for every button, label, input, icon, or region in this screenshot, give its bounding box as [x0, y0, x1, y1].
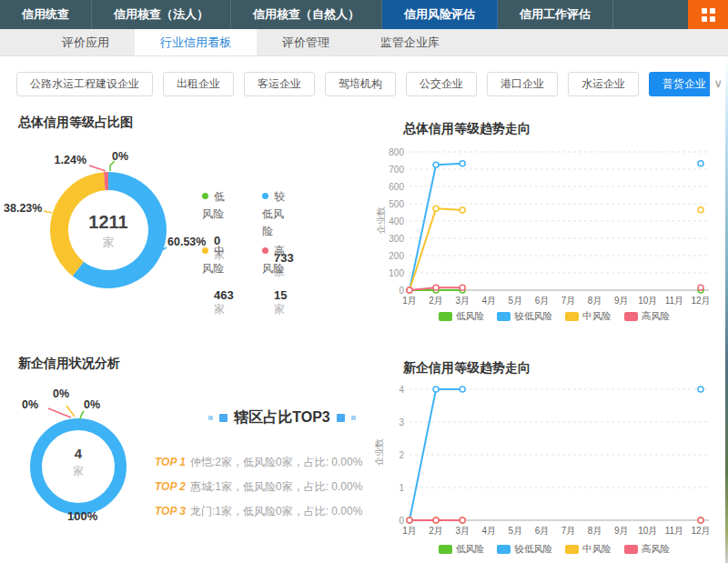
topnav-item-credit-work-eval[interactable]: 信用工作评估 — [498, 0, 613, 29]
svg-text:4: 4 — [399, 385, 404, 395]
high-swatch-icon — [624, 312, 638, 321]
svg-text:5月: 5月 — [509, 296, 523, 306]
overall-total-count: 1211 — [72, 212, 145, 233]
tab-rental[interactable]: 出租企业 — [163, 72, 234, 96]
topnav-item-credit-check-legal[interactable]: 信用核查（法人） — [92, 0, 231, 29]
svg-text:5月: 5月 — [509, 526, 523, 536]
svg-text:7月: 7月 — [561, 526, 576, 536]
lower-risk-dot-icon — [262, 193, 268, 199]
svg-text:800: 800 — [389, 147, 404, 157]
legend-item-mid-risk[interactable]: 中风险 463 家 — [202, 242, 234, 317]
svg-text:7月: 7月 — [561, 296, 576, 306]
overall-pct-low: 0% — [112, 150, 128, 163]
svg-text:11月: 11月 — [665, 526, 683, 536]
tab-driving-school[interactable]: 驾培机构 — [325, 72, 396, 96]
apps-launcher-button[interactable] — [688, 0, 728, 29]
svg-text:400: 400 — [389, 216, 404, 226]
svg-text:200: 200 — [389, 251, 404, 261]
sub-navigation: 评价应用 行业信用看板 评价管理 监管企业库 — [0, 29, 728, 56]
new-trend-yaxis-name: 企业数 — [373, 438, 386, 466]
mid-swatch-icon — [565, 312, 579, 321]
tab-road-construction[interactable]: 公路水运工程建设企业 — [16, 72, 153, 96]
svg-text:0: 0 — [399, 286, 404, 296]
svg-text:600: 600 — [389, 182, 404, 192]
low-swatch-icon — [439, 312, 452, 321]
svg-text:12月: 12月 — [691, 296, 710, 306]
legend-item-high-risk[interactable]: 高风险 15 家 — [262, 242, 287, 317]
overall-pie-title: 总体信用等级占比图 — [18, 115, 133, 131]
new-legend-low[interactable]: 低风险 — [439, 543, 485, 556]
new-total-unit: 家 — [42, 464, 115, 479]
svg-text:2月: 2月 — [429, 296, 443, 306]
svg-text:4月: 4月 — [481, 296, 496, 306]
svg-text:100: 100 — [389, 268, 404, 278]
deco-square-icon — [219, 414, 228, 422]
low-swatch-icon — [439, 545, 452, 554]
industry-category-tabs: 公路水运工程建设企业 出租企业 客运企业 驾培机构 公交企业 港口企业 水运企业… — [0, 72, 710, 99]
overall-pct-mid: 38.23% — [4, 202, 42, 215]
svg-text:3: 3 — [399, 417, 404, 427]
overall-pct-lower: 60.53% — [167, 236, 206, 248]
svg-text:500: 500 — [389, 199, 404, 209]
svg-text:300: 300 — [389, 234, 404, 244]
svg-text:1月: 1月 — [402, 526, 417, 536]
topnav-item-credit-risk-eval[interactable]: 信用风险评估 — [382, 0, 498, 29]
lower-swatch-icon — [497, 312, 511, 321]
svg-text:9月: 9月 — [614, 296, 629, 306]
mid-swatch-icon — [565, 545, 579, 554]
new-pct-low: 0% — [84, 398, 100, 411]
low-risk-dot-icon — [202, 193, 208, 199]
trend-legend-mid[interactable]: 中风险 — [565, 310, 612, 323]
svg-text:2月: 2月 — [429, 526, 443, 536]
overall-pct-high: 1.24% — [36, 154, 86, 166]
trend-legend-high[interactable]: 高风险 — [624, 310, 671, 323]
new-enterprise-pie-title: 新企信用状况分析 — [18, 356, 120, 372]
tab-water-transport[interactable]: 水运企业 — [568, 72, 639, 96]
new-legend-high[interactable]: 高风险 — [624, 543, 671, 556]
svg-text:1月: 1月 — [402, 296, 417, 306]
top3-item-3: TOP 3龙门:1家，低风险0家，占比: 0.00% — [155, 504, 396, 519]
new-trend-chart: 012341月2月3月4月5月6月7月8月9月10月11月12月 — [389, 377, 719, 534]
topnav-item-credit-overview[interactable]: 信用统查 — [0, 0, 92, 29]
new-donut-center: 4 家 — [42, 446, 115, 479]
svg-text:10月: 10月 — [638, 296, 657, 306]
overall-trend-yaxis-name: 企业数 — [375, 206, 388, 234]
tab-passenger-transport[interactable]: 客运企业 — [244, 72, 315, 96]
subnav-item-eval-management[interactable]: 评价管理 — [257, 29, 355, 55]
svg-text:6月: 6月 — [535, 296, 550, 306]
mid-risk-dot-icon — [202, 247, 208, 254]
lower-swatch-icon — [497, 545, 511, 554]
high-risk-dot-icon — [262, 247, 268, 254]
trend-legend-lower[interactable]: 较低风险 — [497, 310, 552, 323]
new-pct-mid: 0% — [53, 387, 69, 400]
svg-text:11月: 11月 — [665, 296, 683, 306]
svg-text:0: 0 — [399, 516, 404, 526]
tabs-overflow-chevron-icon[interactable]: ∨ — [713, 76, 723, 90]
svg-text:8月: 8月 — [588, 526, 602, 536]
overall-trend-title: 总体信用等级趋势走向 — [403, 121, 531, 137]
subnav-item-eval-application[interactable]: 评价应用 — [36, 29, 135, 55]
grid-icon — [702, 8, 715, 22]
overall-trend-legend: 低风险 较低风险 中风险 高风险 — [389, 310, 719, 323]
svg-text:6月: 6月 — [535, 526, 550, 536]
trend-legend-low[interactable]: 低风险 — [439, 310, 485, 323]
new-legend-mid[interactable]: 中风险 — [565, 543, 612, 556]
svg-text:2: 2 — [399, 450, 404, 460]
overall-trend-chart: 01002003004005006007008001月2月3月4月5月6月7月8… — [389, 138, 719, 317]
topnav-item-credit-check-natural[interactable]: 信用核查（自然人） — [231, 0, 382, 29]
new-total-count: 4 — [42, 446, 115, 461]
top3-item-2: TOP 2惠城:1家，低风险0家，占比: 0.00% — [155, 479, 396, 495]
new-pct-lower: 100% — [67, 509, 97, 523]
svg-text:3月: 3月 — [455, 296, 470, 306]
svg-text:700: 700 — [389, 165, 404, 175]
subnav-item-supervised-enterprise-lib[interactable]: 监管企业库 — [355, 29, 465, 55]
tab-general-cargo[interactable]: 普货企业 — [649, 72, 710, 96]
subnav-item-industry-credit-board[interactable]: 行业信用看板 — [135, 29, 257, 55]
new-legend-lower[interactable]: 较低风险 — [497, 543, 552, 556]
tab-public-transit[interactable]: 公交企业 — [406, 72, 477, 96]
top-navigation: 信用统查 信用核查（法人） 信用核查（自然人） 信用风险评估 信用工作评估 — [0, 0, 728, 29]
deco-square-icon — [208, 416, 213, 420]
top3-header: 辖区占比TOP3 — [187, 408, 378, 427]
tab-port[interactable]: 港口企业 — [487, 72, 558, 96]
new-trend-title: 新企信用等级趋势走向 — [403, 360, 531, 377]
